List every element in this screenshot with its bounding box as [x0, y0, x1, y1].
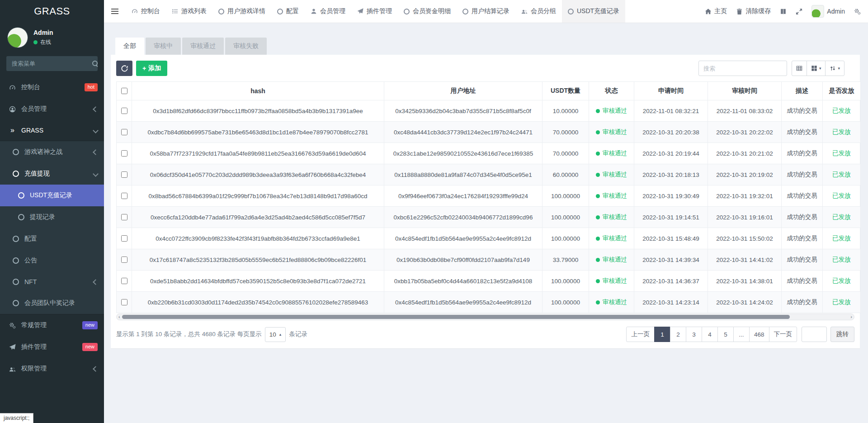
check-update-button[interactable] — [780, 8, 787, 15]
fullscreen-button[interactable] — [796, 8, 802, 15]
export-button[interactable]: ▾ — [825, 61, 844, 76]
sidebar-toggle-button[interactable] — [104, 0, 126, 23]
sidebar-menu: 控制台 hot 会员管理 » GRASS 游戏诸神之战 — [0, 76, 104, 380]
row-select-cell — [117, 185, 132, 207]
sidebar-item-nft[interactable]: NFT — [0, 271, 104, 292]
scroll-left-arrow-icon[interactable]: ‹ — [118, 314, 120, 319]
scrollbar-thumb[interactable] — [122, 315, 790, 319]
jump-button[interactable]: 跳转 — [830, 327, 854, 342]
sidebar-item-config[interactable]: 配置 — [0, 228, 104, 250]
refresh-button[interactable] — [116, 61, 132, 76]
filter-tab-pending[interactable]: 审核中 — [146, 38, 181, 55]
status-cell: 审核通过 — [589, 100, 634, 122]
row-checkbox[interactable] — [121, 129, 127, 135]
advanced-search-button[interactable] — [849, 61, 854, 76]
jump-page-input[interactable] — [802, 327, 827, 342]
navtab-console[interactable]: 控制台 — [126, 0, 166, 23]
scroll-right-arrow-icon[interactable]: › — [850, 314, 852, 319]
row-checkbox[interactable] — [121, 299, 127, 305]
filter-tab-all[interactable]: 全部 — [115, 38, 144, 55]
sidebar-item-game-war[interactable]: 游戏诸神之战 — [0, 141, 104, 163]
sidebar-item-plugin-mgmt[interactable]: 插件管理 new — [0, 336, 104, 358]
navtab-label: 用户结算记录 — [472, 7, 509, 15]
grid-icon — [811, 65, 817, 71]
table-row: 0xde51b8abb2dd14634bfdbffd57ceb3590152b5… — [117, 271, 861, 292]
audit-time-cell: 2022-10-31 14:41:02 — [708, 249, 782, 271]
navtab-label: 控制台 — [141, 7, 160, 15]
sidebar-item-console[interactable]: 控制台 hot — [0, 76, 104, 98]
user-menu[interactable]: Admin — [811, 5, 845, 18]
issued-cell: 已发放 — [823, 100, 861, 122]
navtab-label: 用户游戏详情 — [227, 7, 265, 15]
sidebar-search-input[interactable] — [11, 60, 92, 67]
user-icon — [311, 8, 317, 14]
navtab-label: USDT充值记录 — [577, 7, 619, 15]
add-button[interactable]: +添加 — [136, 61, 167, 76]
row-checkbox[interactable] — [121, 193, 127, 199]
sidebar-item-grass[interactable]: » GRASS — [0, 120, 104, 141]
page-button-5[interactable]: 5 — [717, 327, 734, 342]
pagination: 上一页 1 2 3 4 5 ... 468 下一页 跳转 — [626, 327, 854, 342]
row-checkbox[interactable] — [121, 108, 127, 114]
row-checkbox[interactable] — [121, 214, 127, 220]
sidebar-item-recharge-withdraw[interactable]: 充值提现 — [0, 163, 104, 185]
page-button-4[interactable]: 4 — [702, 327, 718, 342]
row-checkbox[interactable] — [121, 150, 127, 157]
caret-down-icon: ▾ — [819, 66, 821, 71]
sidebar-item-members[interactable]: 会员管理 — [0, 98, 104, 120]
navtab-member-groups[interactable]: 会员分组 — [515, 0, 562, 23]
circle-icon — [11, 149, 20, 155]
sidebar-item-permission-mgmt[interactable]: 权限管理 — [0, 358, 104, 380]
filter-tab-approved[interactable]: 审核通过 — [182, 38, 224, 55]
settings-button[interactable] — [854, 8, 861, 15]
apply-time-cell: 2022-10-31 15:48:49 — [634, 228, 708, 249]
navtab-label: 会员分组 — [531, 7, 556, 15]
navtab-usdt-records[interactable]: USDT充值记录 — [562, 0, 625, 23]
sidebar-item-usdt-records[interactable]: USDT充值记录 — [0, 185, 104, 206]
amount-cell: 70.00000 — [542, 143, 589, 164]
new-badge: new — [82, 321, 98, 329]
page-button-2[interactable]: 2 — [670, 327, 686, 342]
desc-cell: 成功的交易 — [782, 143, 823, 164]
chevron-left-icon — [93, 106, 99, 112]
toolbar-right: ▾ ▾ — [698, 61, 854, 76]
row-checkbox[interactable] — [121, 235, 127, 242]
page-button-468[interactable]: 468 — [749, 327, 769, 342]
row-checkbox[interactable] — [121, 171, 127, 178]
navtab-settlement[interactable]: 用户结算记录 — [457, 0, 515, 23]
sidebar-item-announcement[interactable]: 公告 — [0, 250, 104, 271]
navtab-user-game-detail[interactable]: 用户游戏详情 — [212, 0, 271, 23]
circle-icon — [11, 279, 20, 285]
navtab-member-funds[interactable]: 会员资金明细 — [398, 0, 457, 23]
next-page-button[interactable]: 下一页 — [769, 327, 797, 342]
navtab-config[interactable]: 配置 — [271, 0, 305, 23]
home-link[interactable]: 主页 — [705, 7, 727, 15]
row-checkbox[interactable] — [121, 278, 127, 284]
sidebar-item-general-mgmt[interactable]: 常规管理 new — [0, 314, 104, 336]
sidebar-item-withdraw-records[interactable]: 提现记录 — [0, 206, 104, 228]
page-size-select[interactable]: 10 ▴ — [265, 327, 286, 342]
page-button-3[interactable]: 3 — [686, 327, 702, 342]
circle-icon — [17, 192, 25, 199]
page-button-1[interactable]: 1 — [654, 327, 670, 342]
chevron-left-icon — [93, 366, 99, 372]
table-header-row: hash 用户地址 USDT数量 状态 申请时间 审核时间 描述 是否发放 — [117, 82, 861, 100]
clear-cache-button[interactable]: 清除缓存 — [736, 7, 771, 15]
search-icon[interactable] — [92, 61, 98, 67]
circle-icon — [11, 257, 20, 264]
navtab-members[interactable]: 会员管理 — [305, 0, 351, 23]
select-all-checkbox[interactable] — [121, 88, 127, 94]
table-search-input[interactable] — [698, 61, 787, 76]
prev-page-button[interactable]: 上一页 — [626, 327, 655, 342]
navtab-game-list[interactable]: 游戏列表 — [166, 0, 212, 23]
navtab-plugins[interactable]: 插件管理 — [351, 0, 398, 23]
filter-tab-failed[interactable]: 审核失败 — [225, 38, 267, 55]
issued-cell: 已发放 — [823, 249, 861, 271]
toggle-view-button[interactable] — [792, 61, 807, 76]
row-checkbox[interactable] — [121, 257, 127, 263]
sidebar-item-team-prize[interactable]: 会员团队中奖记录 — [0, 292, 104, 314]
amount-cell: 100.00000 — [542, 228, 589, 249]
audit-time-cell: 2022-10-31 20:21:02 — [708, 143, 782, 164]
address-cell: 0x11888a8880de81a9fa874c07d345e4f0d5ce95… — [384, 164, 542, 185]
columns-button[interactable]: ▾ — [807, 61, 826, 76]
